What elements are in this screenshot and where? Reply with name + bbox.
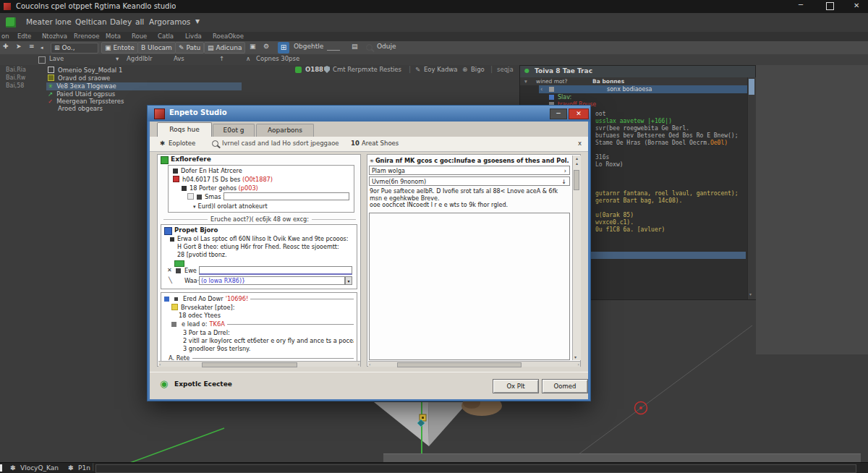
dialog-titlebar[interactable]: Enpeto Studio ─ ✕ — [148, 106, 590, 122]
tree-item[interactable]: h04.6017 [S Ds bes (O0t1887) — [173, 176, 273, 183]
brush-icon[interactable]: ✎ — [415, 66, 420, 73]
axis-label[interactable]: Avs — [174, 55, 184, 62]
dialog-minimize-button[interactable]: ─ — [550, 108, 567, 119]
group-row[interactable]: Brvsekater [ptoe]: — [171, 304, 235, 311]
cancel-button[interactable]: Oomed — [542, 379, 588, 393]
waa-input[interactable]: (o lowa RX86)} — [199, 276, 345, 285]
ulocam-button[interactable]: B Ulocam — [137, 42, 176, 54]
select-tool-icon[interactable]: ➤ — [16, 43, 22, 50]
scroll-right-icon[interactable]: › — [578, 362, 579, 367]
tab-e0ot-g[interactable]: E0ot g — [213, 124, 255, 137]
hand-tool-icon[interactable]: ✚ — [3, 43, 9, 50]
scroll-up-icon[interactable]: ▴ — [573, 155, 581, 161]
status-item-label[interactable]: P1n — [78, 464, 90, 472]
scroll-down-icon[interactable]: ▾ — [574, 354, 576, 359]
tree-item[interactable]: ▾Eurd)l orolart atnokeurt — [193, 203, 268, 210]
tree-item[interactable]: Dofer En Hat Atrcere — [173, 167, 242, 174]
chevron-down-icon[interactable]: ▾ — [195, 16, 200, 26]
shield-icon[interactable] — [324, 66, 330, 73]
outliner-item[interactable]: ✓Meergean Terpssteres — [48, 98, 243, 106]
menu-item[interactable]: Mota — [106, 33, 121, 40]
code-scrollbar[interactable]: ▾ — [747, 77, 756, 299]
checkbox[interactable] — [187, 193, 194, 200]
menu-item[interactable]: Argoramos — [149, 17, 190, 26]
viewport-mode-label[interactable]: O188 — [305, 66, 323, 73]
close-button[interactable]: ✕ — [854, 1, 859, 9]
hscrollbar-thumb[interactable] — [397, 362, 522, 367]
angle-label[interactable]: Agddlblr — [127, 55, 153, 62]
chevron-up-icon[interactable]: ∧ — [246, 55, 250, 62]
layer-label[interactable]: Lave — [49, 55, 64, 62]
menu-item[interactable]: Rrenooe — [74, 33, 99, 40]
search-icon[interactable] — [366, 44, 373, 51]
snap-settings-icon[interactable]: ⚙ — [263, 43, 269, 50]
menu-item[interactable]: on — [1, 33, 9, 40]
maximize-button[interactable] — [826, 2, 834, 10]
menu-item[interactable]: Edte — [17, 33, 31, 40]
scroll-up-icon[interactable]: ▴ — [573, 161, 581, 166]
scroll-down-icon[interactable]: ▾ — [749, 291, 752, 297]
tree-item[interactable]: 18 Porter gehos (p003) — [182, 184, 258, 192]
scroll-left-icon[interactable]: ‹ — [159, 362, 161, 367]
column-header[interactable]: Ba bonnes — [592, 78, 624, 85]
viewport-shading-label[interactable]: Eoy Kadwa — [424, 66, 458, 73]
tab-roqs-hue[interactable]: Roqs hue — [157, 122, 212, 137]
menu-item[interactable]: Daley — [110, 17, 132, 26]
tab-aoparbons[interactable]: Aoparbons — [256, 124, 314, 137]
ewe-input[interactable] — [199, 266, 352, 275]
vscrollbar-thumb[interactable] — [574, 170, 579, 190]
viewport-extra-label[interactable]: seqja — [497, 66, 514, 73]
list-icon[interactable]: ≡ — [29, 43, 35, 50]
copies-label[interactable]: Copnes 30pse — [256, 55, 299, 62]
dialog-close-button[interactable]: ✕ — [569, 108, 589, 119]
group-label[interactable]: Oduje — [377, 43, 396, 50]
menu-item[interactable]: Qeltican — [75, 17, 107, 26]
status-input-field[interactable] — [95, 464, 856, 473]
layer-frame-icon[interactable] — [38, 56, 46, 64]
chevron-down-icon[interactable]: ▾ — [524, 78, 527, 85]
patu-button[interactable]: ✎ Patu — [175, 42, 204, 54]
viewport-display-label[interactable]: Cmt Rerpmxte Resties — [333, 66, 401, 73]
menu-item[interactable]: all — [135, 17, 144, 26]
column-header[interactable]: wined mot? — [536, 78, 568, 85]
areat-shoes-label[interactable]: Areat Shoes — [362, 140, 399, 147]
outliner-item[interactable]: ↗Paied Utaid ogpsus — [48, 90, 243, 98]
active-grid-toggle[interactable]: ⊞ — [278, 42, 289, 54]
script-node-selected[interactable]: ‹ sonx bodiaoesa — [539, 85, 747, 93]
outliner-item-selected[interactable]: ✳Ve8 3exa Tlogewae — [46, 82, 242, 90]
plam-wolga-combo[interactable]: Plam wolga › — [369, 166, 570, 175]
scroll-right-icon[interactable]: › — [358, 362, 359, 367]
code-scrollbar-thumb[interactable] — [749, 79, 754, 95]
app-logo-icon[interactable] — [6, 17, 16, 27]
menu-item[interactable]: Ntozhva — [42, 33, 67, 40]
status-item-label[interactable]: VlocyQ_Kan — [20, 464, 59, 472]
small-arrow-icon[interactable]: ◂ — [41, 45, 43, 51]
name-input[interactable] — [224, 192, 349, 200]
cross-icon[interactable]: ✕ — [167, 267, 172, 273]
menu-item[interactable]: Livda — [185, 33, 202, 40]
right-panel-hscrollbar[interactable]: ‹ › — [368, 361, 580, 367]
mode-icon[interactable] — [295, 67, 302, 73]
mesh-diamond-face-right[interactable] — [428, 402, 468, 446]
object-type-field[interactable] — [327, 50, 340, 51]
adicuna-button[interactable]: ▤ Adicuna — [204, 42, 245, 54]
menu-item[interactable]: Catla — [158, 33, 174, 40]
explorer-label[interactable]: Eoplotee — [169, 140, 195, 147]
spinner-button[interactable]: ▾ — [345, 276, 352, 285]
viewport-view-label[interactable]: Bigo — [471, 66, 485, 73]
folder-icon[interactable]: ▤ — [352, 43, 358, 50]
hscrollbar-thumb[interactable] — [202, 362, 297, 367]
outliner-item[interactable]: Oravd od sraowe — [48, 74, 243, 82]
right-panel-vscrollbar[interactable]: ▴ ▴ ▾ — [572, 155, 581, 360]
chevron-down-icon[interactable]: ▾ — [116, 55, 119, 62]
panel-toggle-icon[interactable]: ▣ — [250, 43, 256, 50]
up-arrow-icon[interactable]: ↑ — [219, 55, 224, 62]
menu-item[interactable]: Meater lone — [26, 17, 72, 26]
menu-item[interactable]: RoeaOkoe — [213, 33, 244, 40]
outliner-item[interactable]: Omenio Soy_Modal 1 — [48, 67, 243, 74]
entote-button[interactable]: ▣ Entote — [101, 42, 138, 54]
globe-icon[interactable]: ⊕ — [462, 66, 467, 73]
view-mode-dropdown[interactable]: ⊞ Oo., — [51, 43, 98, 54]
left-panel-hscrollbar[interactable]: ‹ › — [158, 361, 360, 367]
ok-button[interactable]: Ox Plt — [493, 379, 539, 393]
